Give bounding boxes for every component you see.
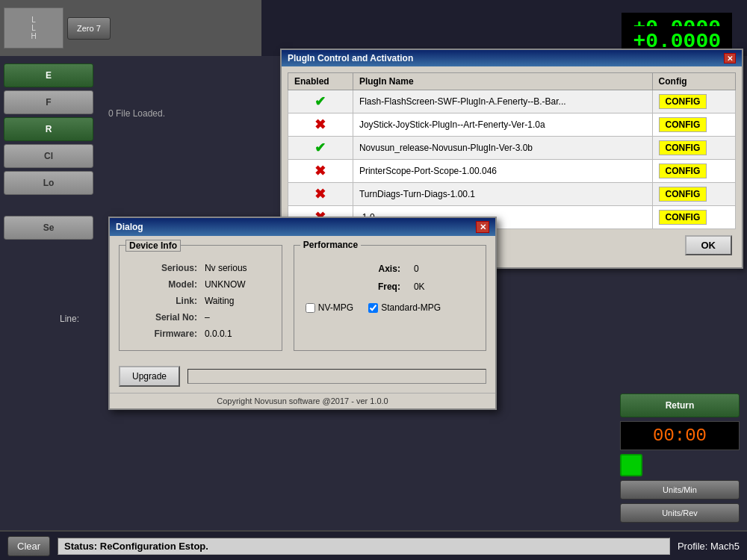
device-model-row: Model: UNKNOW — [128, 277, 273, 292]
sidebar-btn-lo[interactable]: Lo — [4, 171, 93, 195]
plugin-table: Enabled PlugIn Name Config ✔Flash-FlashS… — [288, 72, 736, 229]
dialog-titlebar: Dialog ✕ — [110, 218, 495, 236]
perf-table: Axis: 0 Freq: 0K — [302, 259, 478, 296]
plugin-config-1[interactable]: CONFIG — [652, 113, 735, 137]
config-btn-3[interactable]: CONFIG — [659, 164, 707, 178]
status-display: Status: ReConfiguration Estop. — [58, 538, 670, 555]
firmware-value: 0.0.0.1 — [202, 326, 273, 341]
standard-mpg-checkbox-item: Standard-MPG — [368, 302, 441, 313]
plugin-row-2: ✔Novusun_release-Novusun-PlugIn-Ver-3.0b… — [288, 137, 736, 160]
plugin-config-5[interactable]: CONFIG — [652, 206, 735, 229]
nvmpg-checkbox-item: NV-MPG — [306, 302, 353, 313]
plugin-enabled-4: ✖ — [288, 183, 353, 206]
plugin-config-4[interactable]: CONFIG — [652, 183, 735, 206]
col-name: PlugIn Name — [353, 73, 652, 90]
profile-display: Profile: Mach5 — [678, 541, 740, 552]
plugin-row-3: ✖PrinterScope-Port-Scope-1.00.046CONFIG — [288, 160, 736, 183]
green-indicator — [620, 454, 642, 476]
link-value: Waiting — [202, 293, 273, 308]
nvmpg-checkbox[interactable] — [306, 303, 315, 313]
axis-label: Axis: — [303, 261, 406, 277]
serious-label: Serious: — [128, 261, 200, 276]
col-enabled: Enabled — [288, 73, 353, 90]
plugin-titlebar: PlugIn Control and Activation ✕ — [282, 50, 742, 66]
freq-value: 0K — [408, 279, 477, 295]
link-label: Link: — [128, 293, 200, 308]
plugin-ok-button[interactable]: OK — [685, 235, 733, 255]
dialog-close-button[interactable]: ✕ — [476, 221, 489, 233]
model-value: UNKNOW — [202, 277, 273, 292]
config-btn-4[interactable]: CONFIG — [659, 187, 707, 202]
device-info-group: Device Info Serious: Nv serious Model: U… — [119, 245, 282, 351]
performance-group: Performance Axis: 0 Freq: 0K NV-MPG — [294, 245, 486, 351]
sidebar-btn-e[interactable]: E — [4, 63, 93, 87]
device-link-row: Link: Waiting — [128, 293, 273, 308]
plugin-enabled-1: ✖ — [288, 113, 353, 137]
serial-label: Serial No: — [128, 310, 200, 325]
plugin-config-3[interactable]: CONFIG — [652, 160, 735, 183]
axis-value: 0 — [408, 261, 477, 277]
left-sidebar: E F R Cl Lo Se — [0, 56, 97, 530]
dialog-body: Device Info Serious: Nv serious Model: U… — [110, 236, 495, 360]
device-info-table: Serious: Nv serious Model: UNKNOW Link: … — [127, 259, 274, 343]
perf-axis-row: Axis: 0 — [303, 261, 477, 277]
sidebar-btn-r[interactable]: R — [4, 117, 93, 141]
serious-value: Nv serious — [202, 261, 273, 276]
units-rev-button[interactable]: Units/Rev — [620, 503, 740, 523]
sidebar-btn-f[interactable]: F — [4, 90, 93, 114]
device-firmware-row: Firmware: 0.0.0.1 — [128, 326, 273, 341]
perf-legend: Performance — [300, 240, 361, 250]
plugin-config-0[interactable]: CONFIG — [652, 90, 735, 113]
plugin-config-2[interactable]: CONFIG — [652, 137, 735, 160]
status-label: Status: — [64, 541, 97, 552]
standard-mpg-checkbox[interactable] — [368, 303, 378, 313]
plugin-row-0: ✔Flash-FlashScreen-SWF-PlugIn-A.Fenerty-… — [288, 90, 736, 113]
col-config: Config — [652, 73, 735, 90]
line-label: Line: — [60, 314, 79, 324]
plugin-name-4: TurnDiags-Turn-Diags-1.00.1 — [353, 183, 652, 206]
dialog-footer: Upgrade — [110, 360, 495, 393]
config-btn-1[interactable]: CONFIG — [659, 117, 707, 132]
config-btn-2[interactable]: CONFIG — [659, 140, 707, 155]
dialog-title: Dialog — [116, 222, 143, 232]
plugin-name-2: Novusun_release-Novusun-PlugIn-Ver-3.0b — [353, 137, 652, 160]
device-serious-row: Serious: Nv serious — [128, 261, 273, 276]
sidebar-btn-se[interactable]: Se — [4, 216, 93, 240]
model-label: Model: — [128, 277, 200, 292]
plugin-row-4: ✖TurnDiags-Turn-Diags-1.00.1CONFIG — [288, 183, 736, 206]
dialog-window: Dialog ✕ Device Info Serious: Nv serious… — [108, 217, 497, 410]
checkbox-row: NV-MPG Standard-MPG — [302, 296, 478, 319]
copyright-text: Copyright Novusun software @2017 - ver 1… — [110, 393, 495, 408]
units-min-button[interactable]: Units/Min — [620, 480, 740, 500]
return-button[interactable]: Return — [620, 393, 740, 417]
device-info-legend: Device Info — [125, 240, 181, 252]
timer-display: 00:00 — [620, 421, 740, 450]
status-value: ReConfiguration Estop. — [100, 541, 208, 552]
file-loaded-text: 0 File Loaded. — [105, 105, 169, 122]
device-serial-row: Serial No: – — [128, 310, 273, 325]
sidebar-btn-cl[interactable]: Cl — [4, 144, 93, 168]
plugin-name-0: Flash-FlashScreen-SWF-PlugIn-A.Fenerty--… — [353, 90, 652, 113]
zero-button[interactable]: Zero 7 — [67, 17, 111, 40]
perf-freq-row: Freq: 0K — [303, 279, 477, 295]
standard-mpg-label: Standard-MPG — [381, 302, 441, 313]
status-bar: Clear Status: ReConfiguration Estop. Pro… — [0, 530, 747, 560]
config-btn-0[interactable]: CONFIG — [659, 94, 707, 109]
freq-label: Freq: — [303, 279, 406, 295]
upgrade-button[interactable]: Upgrade — [119, 366, 180, 387]
plugin-row-1: ✖JoyStick-JoyStick-PlugIn--Art-Fenerty-V… — [288, 113, 736, 137]
plugin-enabled-0: ✔ — [288, 90, 353, 113]
serial-value: – — [202, 310, 273, 325]
plugin-close-button[interactable]: ✕ — [724, 53, 736, 63]
plugin-name-1: JoyStick-JoyStick-PlugIn--Art-Fenerty-Ve… — [353, 113, 652, 137]
plugin-title: PlugIn Control and Activation — [288, 53, 413, 63]
config-btn-5[interactable]: CONFIG — [659, 210, 707, 225]
progress-bar — [187, 369, 486, 384]
clear-button[interactable]: Clear — [7, 536, 50, 556]
plugin-enabled-3: ✖ — [288, 160, 353, 183]
firmware-label: Firmware: — [128, 326, 200, 341]
plugin-enabled-2: ✔ — [288, 137, 353, 160]
nvmpg-label: NV-MPG — [318, 302, 353, 313]
plugin-name-3: PrinterScope-Port-Scope-1.00.046 — [353, 160, 652, 183]
